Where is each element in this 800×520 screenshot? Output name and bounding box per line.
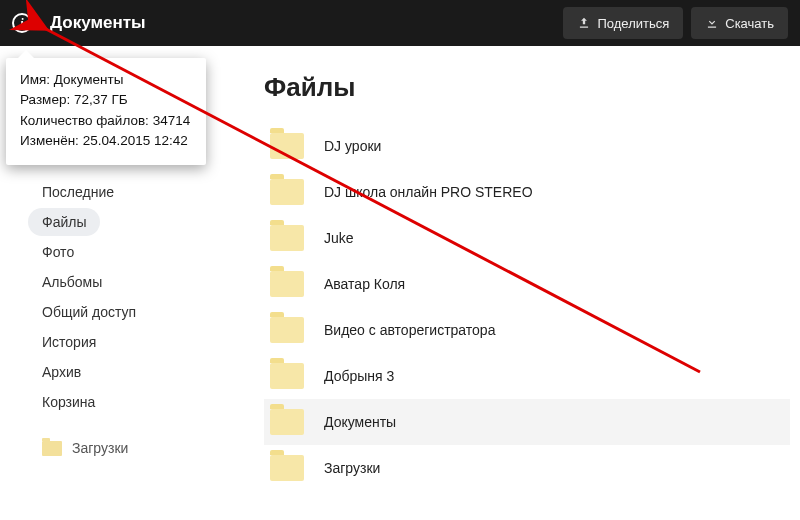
main-heading: Файлы bbox=[264, 72, 790, 103]
share-label: Поделиться bbox=[597, 16, 669, 31]
file-name: Добрыня 3 bbox=[324, 368, 394, 384]
file-name: Juke bbox=[324, 230, 354, 246]
file-name: DJ уроки bbox=[324, 138, 381, 154]
page-title: Документы bbox=[42, 13, 146, 33]
main-panel: Файлы DJ урокиDJ школа онлайн PRO STEREO… bbox=[230, 46, 800, 520]
file-list: DJ урокиDJ школа онлайн PRO STEREOJukeАв… bbox=[264, 123, 790, 491]
folder-icon bbox=[270, 317, 304, 343]
share-button[interactable]: Поделиться bbox=[563, 7, 683, 39]
sidebar-item-files[interactable]: Файлы bbox=[28, 208, 100, 236]
file-name: Аватар Коля bbox=[324, 276, 405, 292]
download-icon bbox=[705, 16, 719, 30]
folder-icon bbox=[270, 133, 304, 159]
file-row[interactable]: Аватар Коля bbox=[264, 261, 790, 307]
sidebar-item-trash[interactable]: Корзина bbox=[28, 388, 109, 416]
file-row[interactable]: Juke bbox=[264, 215, 790, 261]
folder-icon bbox=[270, 225, 304, 251]
file-row[interactable]: Документы bbox=[264, 399, 790, 445]
file-name: DJ школа онлайн PRO STEREO bbox=[324, 184, 533, 200]
info-icon[interactable]: i bbox=[12, 13, 32, 33]
file-name: Документы bbox=[324, 414, 396, 430]
info-tooltip: Имя: Документы Размер: 72,37 ГБ Количест… bbox=[6, 58, 206, 165]
file-row[interactable]: Видео с авторегистратора bbox=[264, 307, 790, 353]
folder-icon bbox=[42, 441, 62, 456]
sidebar-item-shared[interactable]: Общий доступ bbox=[28, 298, 150, 326]
file-name: Загрузки bbox=[324, 460, 380, 476]
folder-icon bbox=[270, 271, 304, 297]
tooltip-count: Количество файлов: 34714 bbox=[20, 111, 190, 131]
folder-icon bbox=[270, 363, 304, 389]
file-row[interactable]: Добрыня 3 bbox=[264, 353, 790, 399]
sidebar-item-archive[interactable]: Архив bbox=[28, 358, 95, 386]
sidebar-item-albums[interactable]: Альбомы bbox=[28, 268, 116, 296]
sidebar-sub-downloads[interactable]: Загрузки bbox=[28, 434, 210, 456]
sidebar-item-photo[interactable]: Фото bbox=[28, 238, 88, 266]
folder-icon bbox=[270, 179, 304, 205]
file-row[interactable]: DJ уроки bbox=[264, 123, 790, 169]
tooltip-modified: Изменён: 25.04.2015 12:42 bbox=[20, 131, 190, 151]
share-icon bbox=[577, 16, 591, 30]
download-label: Скачать bbox=[725, 16, 774, 31]
header-bar: i Документы Поделиться Скачать bbox=[0, 0, 800, 46]
file-row[interactable]: DJ школа онлайн PRO STEREO bbox=[264, 169, 790, 215]
sidebar-item-recent[interactable]: Последние bbox=[28, 178, 128, 206]
folder-icon bbox=[270, 409, 304, 435]
tooltip-size: Размер: 72,37 ГБ bbox=[20, 90, 190, 110]
tooltip-name: Имя: Документы bbox=[20, 70, 190, 90]
download-button[interactable]: Скачать bbox=[691, 7, 788, 39]
file-name: Видео с авторегистратора bbox=[324, 322, 495, 338]
folder-icon bbox=[270, 455, 304, 481]
sidebar-item-history[interactable]: История bbox=[28, 328, 110, 356]
file-row[interactable]: Загрузки bbox=[264, 445, 790, 491]
sidebar-sub-label: Загрузки bbox=[72, 440, 128, 456]
